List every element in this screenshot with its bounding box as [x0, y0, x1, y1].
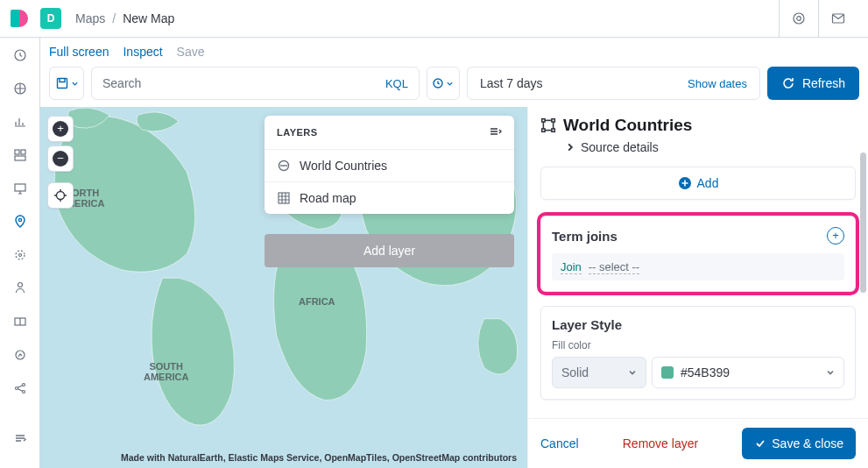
show-dates-link[interactable]: Show dates: [688, 77, 747, 90]
time-range-display[interactable]: Last 7 days Show dates: [467, 67, 760, 100]
join-preview[interactable]: Join -- select --: [552, 253, 844, 280]
svg-rect-28: [552, 129, 554, 131]
layer-item[interactable]: World Countries: [265, 149, 514, 181]
full-screen-link[interactable]: Full screen: [49, 45, 109, 59]
polygon-icon: [277, 159, 291, 173]
time-quick-button[interactable]: [427, 67, 460, 100]
query-bar: Search KQL Last 7 days Show dates Refres…: [40, 67, 868, 107]
layer-style-title: Layer Style: [552, 317, 844, 332]
grid-icon: [277, 191, 291, 205]
chevron-down-icon: [826, 368, 835, 377]
nav-infra-icon[interactable]: [11, 280, 29, 297]
check-icon: [754, 437, 766, 450]
zoom-controls: + −: [47, 116, 74, 209]
cancel-link[interactable]: Cancel: [540, 436, 579, 450]
map-label-south-america: SOUTHAMERICA: [144, 361, 188, 382]
layer-settings-panel: World Countries Source details Add Te: [527, 107, 868, 468]
nav-visualize-icon[interactable]: [11, 113, 29, 131]
kql-toggle[interactable]: KQL: [385, 77, 408, 90]
space-selector[interactable]: D: [40, 8, 61, 29]
source-details-toggle[interactable]: Source details: [565, 140, 852, 154]
layer-item-label: Road map: [300, 191, 356, 205]
nav-canvas-icon[interactable]: [11, 180, 29, 197]
svg-rect-6: [21, 150, 25, 154]
add-tooltip-field-button[interactable]: Add: [540, 167, 856, 200]
svg-point-11: [18, 254, 21, 257]
chevron-down-icon: [628, 368, 637, 377]
kibana-logo[interactable]: [11, 10, 28, 27]
time-range-text: Last 7 days: [480, 76, 543, 90]
nav-ml-icon[interactable]: [11, 246, 29, 264]
layer-item-label: World Countries: [300, 159, 387, 173]
fit-bounds-button[interactable]: [47, 182, 74, 209]
nav-logs-icon[interactable]: [11, 313, 29, 330]
zoom-in-button[interactable]: +: [47, 116, 74, 142]
fill-color-label: Fill color: [552, 339, 844, 351]
nav-collapse-icon[interactable]: [11, 429, 29, 447]
svg-point-9: [18, 218, 21, 221]
layers-heading: LAYERS: [277, 127, 318, 138]
zoom-out-button[interactable]: −: [47, 145, 74, 172]
svg-rect-26: [552, 119, 554, 122]
chevron-right-icon: [565, 142, 575, 152]
layer-item[interactable]: Road map: [265, 181, 514, 214]
svg-point-1: [797, 17, 801, 21]
svg-rect-5: [15, 150, 19, 154]
search-input[interactable]: Search KQL: [91, 67, 420, 100]
app-toolbar: Full screen Inspect Save: [40, 38, 868, 67]
save-link-disabled: Save: [177, 45, 205, 59]
svg-rect-8: [15, 184, 25, 191]
add-join-button[interactable]: +: [827, 227, 844, 245]
svg-point-10: [16, 251, 25, 259]
search-placeholder: Search: [102, 76, 141, 90]
svg-rect-18: [57, 79, 67, 89]
map-canvas[interactable]: NORTHAMERICA SOUTHAMERICA AFRICA EUROPE …: [40, 107, 527, 468]
join-keyword: Join: [561, 260, 582, 274]
svg-rect-27: [542, 129, 545, 131]
remove-layer-link[interactable]: Remove layer: [623, 436, 698, 450]
nav-recent-icon[interactable]: [11, 46, 29, 64]
color-swatch: [661, 366, 674, 379]
fill-color-picker[interactable]: #54B399: [652, 357, 844, 388]
breadcrumb: Maps / New Map: [75, 11, 174, 25]
nav-discover-icon[interactable]: [11, 80, 29, 97]
topbar: D Maps / New Map: [0, 0, 868, 38]
svg-rect-23: [279, 193, 289, 203]
term-joins-card: Term joins + Join -- select --: [540, 216, 856, 292]
term-joins-title: Term joins: [552, 229, 617, 244]
svg-point-15: [15, 387, 18, 390]
map-attribution: Made with NaturalEarth, Elastic Maps Ser…: [121, 452, 517, 463]
layer-style-card: Layer Style Fill color Solid #54B399: [540, 306, 856, 400]
svg-point-12: [18, 283, 22, 287]
collapse-layers-icon[interactable]: [488, 124, 502, 140]
inspect-link[interactable]: Inspect: [123, 45, 162, 59]
add-layer-button[interactable]: Add layer: [265, 234, 514, 267]
svg-rect-25: [542, 119, 545, 122]
panel-footer: Cancel Remove layer Save & close: [528, 418, 868, 468]
nav-graph-icon[interactable]: [11, 379, 29, 397]
join-select-placeholder: -- select --: [589, 260, 640, 274]
fill-type-select[interactable]: Solid: [552, 357, 646, 388]
refresh-button[interactable]: Refresh: [767, 67, 859, 100]
breadcrumb-separator: /: [112, 11, 116, 25]
nav-apm-icon[interactable]: [11, 346, 29, 364]
saved-query-button[interactable]: [49, 67, 84, 100]
map-label-africa: AFRICA: [299, 296, 335, 307]
svg-point-21: [57, 192, 65, 200]
mail-icon[interactable]: [819, 0, 857, 38]
scrollbar-thumb[interactable]: [860, 152, 866, 293]
svg-point-16: [22, 384, 25, 386]
svg-rect-7: [15, 156, 25, 160]
breadcrumb-root[interactable]: Maps: [75, 11, 105, 25]
newsfeed-icon[interactable]: [780, 0, 818, 38]
breadcrumb-current: New Map: [123, 11, 174, 25]
left-nav-rail: [0, 38, 40, 468]
nav-maps-icon[interactable]: [11, 213, 29, 230]
save-and-close-button[interactable]: Save & close: [742, 428, 856, 459]
panel-title: World Countries: [563, 116, 692, 135]
layers-panel: LAYERS World Countries Road map: [265, 116, 514, 214]
bounding-box-icon: [540, 117, 556, 133]
plus-circle-icon: [678, 176, 692, 190]
svg-point-0: [794, 13, 804, 24]
nav-dashboard-icon[interactable]: [11, 146, 29, 164]
